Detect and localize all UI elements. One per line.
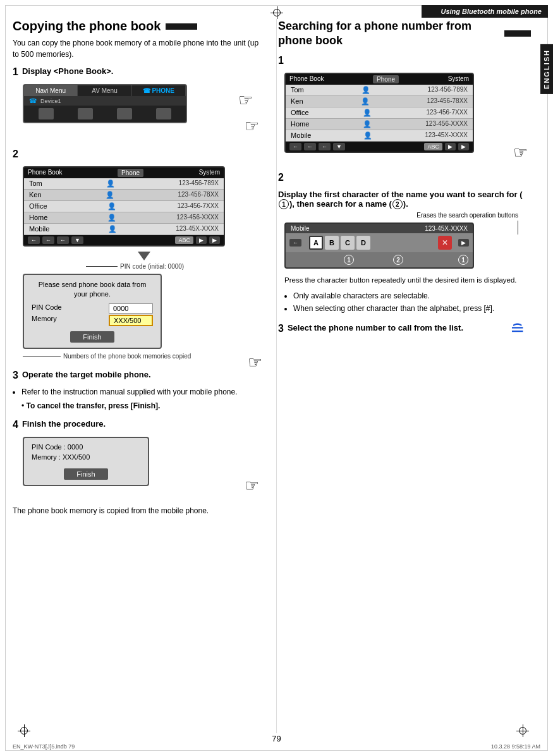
circle-2: 2 bbox=[392, 199, 403, 209]
indicator-3: 1 bbox=[458, 255, 468, 265]
navi-tab-av: AV Menu bbox=[78, 85, 131, 96]
clear-btn[interactable]: ✕ bbox=[438, 236, 452, 250]
numbers-annotation-line bbox=[23, 356, 61, 357]
bluetooth-icon: ≘ bbox=[510, 319, 525, 339]
step-2-number: 2 bbox=[13, 149, 18, 160]
navi-screen: Navi Menu AV Menu ☎ PHONE ☎ Device1 bbox=[23, 84, 187, 123]
circle-1: 1 bbox=[279, 199, 289, 209]
header-bar: Using Bluetooth mobile phone bbox=[422, 5, 548, 18]
right-step-1: 1 Phone Book Phone System Tom👤123-456-78… bbox=[278, 55, 531, 153]
pin-annotation-line bbox=[86, 266, 118, 267]
back-btn[interactable]: ← bbox=[289, 239, 301, 247]
search-num: 123-45X-XXXX bbox=[425, 225, 468, 232]
letter-a[interactable]: A bbox=[309, 236, 323, 250]
crosshair-top bbox=[270, 6, 283, 19]
left-intro: You can copy the phone book memory of a … bbox=[13, 37, 265, 60]
crosshair-bottom-right bbox=[516, 724, 529, 737]
navi-phone-bar: ☎ Device1 bbox=[24, 96, 186, 106]
title-bar-right bbox=[504, 30, 531, 37]
letter-b[interactable]: B bbox=[325, 236, 339, 250]
letter-d[interactable]: D bbox=[356, 236, 370, 250]
page-number: 79 bbox=[272, 734, 281, 743]
hand-cursor-5: ☞ bbox=[513, 143, 528, 162]
step-3-label: Operate the target mobile phone. bbox=[22, 370, 151, 379]
right-step-2-label: Display the first character of the name … bbox=[278, 190, 531, 210]
right-section-title: Searching for a phone number from phone … bbox=[278, 19, 531, 49]
indicator-1: 1 bbox=[344, 255, 354, 265]
hand-cursor-3: ☞ bbox=[248, 353, 262, 372]
pin-code-value: 0000 bbox=[109, 303, 153, 314]
right-btn[interactable]: ▶ bbox=[458, 239, 469, 247]
right-step-1-number: 1 bbox=[278, 55, 284, 66]
pin-dialog: Please send phone book data from your ph… bbox=[23, 274, 162, 349]
navi-btn-4[interactable] bbox=[156, 108, 171, 119]
footer-left: EN_KW-NT3[J]5.indb 79 bbox=[13, 743, 75, 750]
navi-tab-navi: Navi Menu bbox=[24, 85, 78, 96]
search-mobile-label: Mobile bbox=[291, 225, 309, 232]
pin-finish-button[interactable]: Finish bbox=[70, 331, 114, 343]
navi-btn-2[interactable] bbox=[78, 108, 93, 119]
indicator-2: 2 bbox=[393, 255, 403, 265]
numbers-annotation: Numbers of the phone book memories copie… bbox=[63, 353, 191, 360]
finish-screen: PIN Code : 0000 Memory : XXX/500 Finish bbox=[23, 437, 149, 486]
center-divider bbox=[276, 19, 277, 733]
pin-memory-label: Memory bbox=[32, 315, 57, 326]
right-step-2: 2 Display the first character of the nam… bbox=[278, 172, 531, 314]
bullet-1: Only available characters are selectable… bbox=[293, 290, 531, 302]
step-3-number: 3 bbox=[13, 370, 18, 381]
navi-btn-3[interactable] bbox=[117, 108, 132, 119]
finish-pin-line: PIN Code : 0000 bbox=[32, 443, 140, 451]
pin-code-label: PIN Code bbox=[32, 303, 62, 314]
right-step-3-label: Select the phone number to call from the… bbox=[288, 323, 463, 332]
english-tab: ENGLISH bbox=[540, 44, 553, 94]
right-step-3: 3 Select the phone number to call from t… bbox=[278, 323, 531, 337]
finish-button[interactable]: Finish bbox=[64, 468, 107, 480]
hand-cursor-2: ☞ bbox=[245, 116, 259, 136]
phone-book-screen-step2: Phone Book Phone System Tom👤123-456-789X… bbox=[23, 166, 225, 247]
footer-right: 10.3.28 9:58:19 AM bbox=[491, 743, 540, 750]
step-1-number: 1 bbox=[13, 66, 18, 78]
navi-tab-phone: ☎ PHONE bbox=[132, 85, 186, 96]
navi-btn-1[interactable] bbox=[39, 108, 54, 119]
title-bar-left bbox=[166, 23, 197, 30]
crosshair-bottom-left bbox=[18, 724, 30, 737]
letter-c[interactable]: C bbox=[341, 236, 355, 250]
bullet-2: When selecting other character than the … bbox=[293, 303, 531, 314]
erases-label: Erases the search operation buttons bbox=[416, 212, 518, 219]
hand-cursor-4: ☞ bbox=[245, 476, 259, 496]
cancel-label: • To cancel the transfer, press [Finish]… bbox=[21, 401, 160, 410]
step-4-label: Finish the procedure. bbox=[22, 419, 106, 429]
pin-dialog-text: Please send phone book data from your ph… bbox=[32, 280, 153, 300]
press-text: Press the character button repeatedly un… bbox=[284, 275, 531, 286]
pin-annotation: PIN code (initial: 0000) bbox=[120, 263, 184, 270]
step-4-number: 4 bbox=[13, 419, 18, 430]
pin-memory-value: XXX/500 bbox=[109, 315, 153, 326]
step-1-label: Display <Phone Book>. bbox=[22, 66, 114, 76]
step-1: 1 Display <Phone Book>. Navi Menu AV Men… bbox=[13, 66, 265, 123]
step-3: 3 Operate the target mobile phone. Refer… bbox=[13, 370, 265, 410]
search-phone-book-screen: Phone Book Phone System Tom👤123-456-789X… bbox=[284, 73, 474, 153]
left-column: Copying the phone book You can copy the … bbox=[13, 19, 265, 525]
left-section-title: Copying the phone book bbox=[13, 19, 265, 34]
right-column: Searching for a phone number from phone … bbox=[278, 19, 531, 346]
step-4-body: The phone book memory is copied from the… bbox=[13, 505, 265, 516]
search-screen: Mobile 123-45X-XXXX ← A B C D ✕ ▶ bbox=[284, 223, 474, 269]
header-title: Using Bluetooth mobile phone bbox=[441, 8, 542, 15]
arrow-down bbox=[138, 252, 150, 260]
right-step-2-number: 2 bbox=[278, 172, 284, 183]
right-step-3-number: 3 bbox=[278, 323, 284, 334]
step-4: 4 Finish the procedure. PIN Code : 0000 … bbox=[13, 419, 265, 516]
navi-bottom-buttons bbox=[24, 106, 186, 122]
erases-connector-line bbox=[518, 221, 518, 235]
step-3-body: Refer to the instruction manual supplied… bbox=[21, 386, 265, 398]
hand-cursor-1: ☞ bbox=[238, 90, 253, 110]
step-2: 2 Phone Book Phone System Tom👤123-456-78… bbox=[13, 149, 265, 361]
finish-memory-line: Memory : XXX/500 bbox=[32, 453, 140, 461]
